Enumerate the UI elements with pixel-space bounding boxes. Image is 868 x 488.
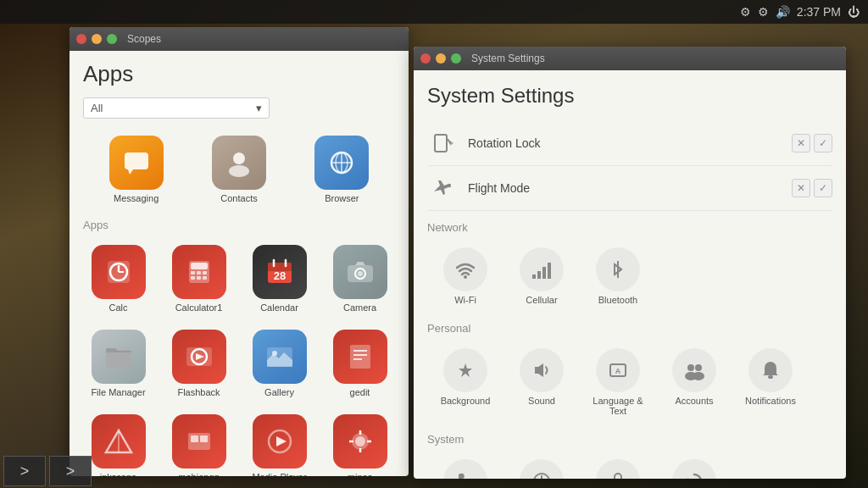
messaging-icon xyxy=(109,136,164,190)
settings-window: System Settings System Settings Rotation… xyxy=(414,47,846,479)
app-item-browser[interactable]: Browser xyxy=(292,129,392,210)
rotation-lock-label: Rotation Lock xyxy=(468,136,792,150)
accounts-label: Accounts xyxy=(675,396,713,406)
svg-marker-45 xyxy=(276,436,287,446)
scopes-content[interactable]: Apps All ▾ Messaging Contacts xyxy=(70,51,409,476)
svg-rect-13 xyxy=(191,263,208,269)
settings-item-accounts[interactable]: Accounts xyxy=(656,341,732,423)
flight-mode-label: Flight Mode xyxy=(468,181,792,195)
settings-item-sound[interactable]: Sound xyxy=(504,341,580,423)
svg-text:A: A xyxy=(615,367,621,375)
app-name-calendar: Calendar xyxy=(260,302,298,313)
flashback-icon xyxy=(172,330,226,384)
flight-mode-x[interactable]: ✕ xyxy=(792,179,810,197)
svg-marker-60 xyxy=(450,141,453,146)
settings-min-btn[interactable] xyxy=(436,53,446,64)
app-name-gallery: Gallery xyxy=(264,387,294,397)
personal-section-label: Personal xyxy=(427,322,832,335)
rotation-lock-check[interactable]: ✓ xyxy=(814,134,832,152)
svg-rect-14 xyxy=(191,271,195,274)
time-display: 2:37 PM xyxy=(797,5,841,19)
cellular-label: Cellular xyxy=(526,295,557,305)
svg-rect-0 xyxy=(125,152,148,169)
scopes-main-title: Apps xyxy=(83,61,395,87)
app-item-camera[interactable]: Camera xyxy=(321,238,398,319)
flight-mode-toggle[interactable]: ✕ ✓ xyxy=(792,179,832,197)
system-section-label: System xyxy=(427,433,832,446)
svg-rect-59 xyxy=(435,135,447,152)
app-item-gedit[interactable]: gedit xyxy=(321,323,398,404)
apps-section-label: Apps xyxy=(70,214,409,235)
svg-rect-64 xyxy=(542,267,546,279)
flight-mode-check[interactable]: ✓ xyxy=(814,179,832,197)
app-item-flashback[interactable]: Flashback xyxy=(160,323,237,404)
svg-point-28 xyxy=(358,271,363,276)
background-icon xyxy=(443,348,487,392)
taskbar: > > xyxy=(0,454,868,488)
svg-rect-43 xyxy=(200,435,208,442)
app-name-contacts: Contacts xyxy=(220,193,257,203)
scopes-titlebar: Scopes xyxy=(70,27,409,51)
taskbar-btn-1[interactable]: > xyxy=(3,456,46,486)
volume-icon[interactable]: 🔊 xyxy=(776,5,790,19)
svg-rect-17 xyxy=(191,276,195,280)
wifi-icon xyxy=(443,247,487,291)
app-item-gallery[interactable]: Gallery xyxy=(241,323,318,404)
scopes-window: Scopes Apps All ▾ Messaging Conta xyxy=(70,27,409,476)
calc-icon xyxy=(92,245,146,299)
top-panel: ⚙ ⚙ 🔊 2:37 PM ⏻ xyxy=(0,0,868,24)
settings-close-btn[interactable] xyxy=(420,53,431,64)
power-icon[interactable]: ⏻ xyxy=(848,5,860,19)
app-item-calculator1[interactable]: Calculator1 xyxy=(160,238,237,319)
app-item-messaging[interactable]: Messaging xyxy=(86,129,186,210)
panel-right: ⚙ ⚙ 🔊 2:37 PM ⏻ xyxy=(740,5,860,19)
app-item-calendar[interactable]: 28 Calendar xyxy=(241,238,318,319)
settings-max-btn[interactable] xyxy=(451,53,461,64)
settings-item-bluetooth[interactable]: Bluetooth xyxy=(580,241,656,312)
cellular-icon xyxy=(520,247,564,291)
accounts-icon xyxy=(672,348,716,392)
background-label: Background xyxy=(441,396,491,406)
settings-icon[interactable]: ⚙ xyxy=(740,5,751,19)
svg-rect-16 xyxy=(203,271,207,274)
scopes-filter-area: All ▾ xyxy=(70,94,409,125)
bluetooth-icon xyxy=(596,247,640,291)
svg-rect-15 xyxy=(197,271,201,274)
svg-rect-35 xyxy=(350,345,370,369)
svg-rect-29 xyxy=(106,350,131,369)
app-item-calc[interactable]: Calc xyxy=(80,238,157,319)
network-section-label: Network xyxy=(427,221,832,234)
sound-icon xyxy=(520,348,564,392)
app-name-gedit: gedit xyxy=(350,387,370,397)
scopes-min-btn[interactable] xyxy=(92,34,102,44)
settings-item-background[interactable]: Background xyxy=(427,341,504,423)
scopes-close-btn[interactable] xyxy=(76,34,86,44)
chevron-down-icon: ▾ xyxy=(256,102,262,114)
taskbar-btn-2[interactable]: > xyxy=(49,456,92,486)
settings-content[interactable]: System Settings Rotation Lock ✕ ✓ Flight… xyxy=(414,70,846,479)
camera-icon xyxy=(333,245,387,299)
svg-point-47 xyxy=(355,436,365,446)
settings-item-wifi[interactable]: Wi-Fi xyxy=(427,241,504,312)
rotation-lock-row: Rotation Lock ✕ ✓ xyxy=(427,121,832,166)
svg-rect-62 xyxy=(532,274,536,279)
app-item-filemanager[interactable]: File Manager xyxy=(80,323,157,404)
svg-point-61 xyxy=(464,275,467,279)
svg-point-3 xyxy=(229,165,249,177)
network-icon[interactable]: ⚙ xyxy=(758,5,769,19)
calendar-icon: 28 xyxy=(253,245,307,299)
language-label: Language & Text xyxy=(583,396,653,416)
scopes-max-btn[interactable] xyxy=(107,34,117,44)
app-item-contacts[interactable]: Contacts xyxy=(189,129,288,210)
bluetooth-label: Bluetooth xyxy=(598,295,637,305)
svg-point-2 xyxy=(233,152,245,164)
settings-item-notifications[interactable]: Notifications xyxy=(732,341,809,423)
filter-dropdown[interactable]: All ▾ xyxy=(83,97,270,119)
settings-item-language[interactable]: A Language & Text xyxy=(580,341,656,423)
settings-item-cellular[interactable]: Cellular xyxy=(504,241,580,312)
rotation-lock-toggle[interactable]: ✕ ✓ xyxy=(792,134,832,152)
rotation-lock-x[interactable]: ✕ xyxy=(792,134,810,152)
language-icon: A xyxy=(596,348,640,392)
app-name-messaging: Messaging xyxy=(114,193,159,203)
scopes-header: Apps xyxy=(70,51,409,94)
